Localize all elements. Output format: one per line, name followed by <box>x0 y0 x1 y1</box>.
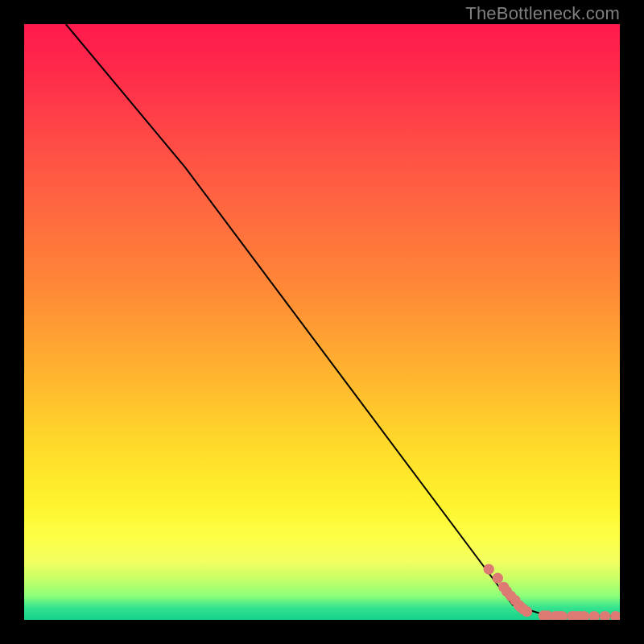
gradient-background <box>24 24 620 620</box>
watermark-text: TheBottleneck.com <box>465 3 620 24</box>
chart-frame: TheBottleneck.com <box>0 0 644 644</box>
plot-area <box>24 24 620 620</box>
